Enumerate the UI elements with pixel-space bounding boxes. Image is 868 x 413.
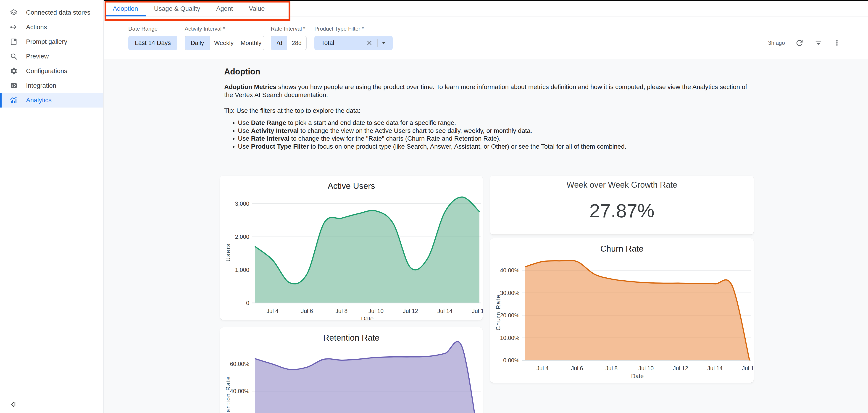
svg-text:Jul 14: Jul 14	[708, 365, 723, 372]
sidebar-item-analytics[interactable]: Analytics	[0, 93, 103, 107]
svg-text:Jul 4: Jul 4	[267, 308, 279, 314]
page-title: Adoption	[224, 67, 260, 76]
window-top-edge	[104, 0, 868, 1]
active-users-chart[interactable]: 01,0002,0003,000Jul 4Jul 6Jul 8Jul 10Jul…	[220, 176, 483, 320]
svg-text:10.00%: 10.00%	[500, 335, 519, 341]
svg-text:Jul 8: Jul 8	[606, 365, 618, 372]
svg-text:Jul 6: Jul 6	[301, 308, 313, 314]
sidebar-item-label: Connected data stores	[26, 9, 90, 16]
svg-text:60.00%: 60.00%	[230, 361, 249, 367]
tab-usage-quality[interactable]: Usage & Quality	[146, 1, 208, 16]
sidebar-item-label: Integration	[26, 82, 56, 89]
wow-growth-card: Week over Week Growth Rate 27.87%	[490, 176, 754, 234]
integration-icon	[9, 82, 18, 90]
svg-text:20.00%: 20.00%	[500, 312, 519, 318]
svg-text:Jul 16: Jul 16	[742, 365, 754, 372]
more-options-icon[interactable]	[833, 39, 841, 47]
active-users-card: 01,0002,0003,000Jul 4Jul 6Jul 8Jul 10Jul…	[220, 176, 483, 320]
svg-text:Active Users: Active Users	[328, 181, 375, 191]
wow-growth-value: 27.87%	[490, 200, 754, 222]
svg-text:Date: Date	[631, 373, 644, 379]
svg-text:Jul 6: Jul 6	[571, 365, 583, 372]
activity-monthly-button[interactable]: Monthly	[238, 36, 264, 50]
clear-filter-icon[interactable]	[365, 39, 373, 47]
required-asterisk: *	[362, 26, 364, 32]
sidebar: Connected data storesActionsPrompt galle…	[0, 0, 104, 413]
svg-text:30.00%: 30.00%	[500, 290, 519, 296]
rate-7d-button[interactable]: 7d	[271, 36, 287, 50]
active-item-indicator	[0, 93, 2, 107]
sidebar-item-preview[interactable]: Preview	[0, 49, 103, 64]
svg-text:Jul 14: Jul 14	[437, 308, 453, 314]
required-asterisk: *	[303, 26, 305, 32]
sidebar-nav: Connected data storesActionsPrompt galle…	[0, 5, 103, 107]
rate-interval-label: Rate Interval*	[271, 26, 305, 32]
activity-interval-toggle: Daily Weekly Monthly	[185, 36, 265, 50]
configurations-icon	[9, 67, 18, 75]
svg-text:Jul 12: Jul 12	[403, 308, 418, 314]
product-type-filter-value: Total	[321, 36, 334, 50]
sidebar-item-label: Analytics	[26, 97, 52, 104]
refresh-icon[interactable]	[795, 38, 804, 47]
svg-text:Jul 16: Jul 16	[472, 308, 483, 314]
svg-text:Jul 10: Jul 10	[638, 365, 654, 372]
svg-text:0.00%: 0.00%	[503, 357, 519, 363]
filter-icon[interactable]	[814, 39, 823, 47]
activity-daily-button[interactable]: Daily	[185, 36, 210, 50]
activity-weekly-button[interactable]: Weekly	[210, 36, 238, 50]
prompt-gallery-icon	[9, 38, 18, 46]
sidebar-item-actions[interactable]: Actions	[0, 20, 103, 34]
tab-bar: AdoptionUsage & QualityAgentValue	[104, 1, 868, 17]
churn-rate-chart[interactable]: 0.00%10.00%20.00%30.00%40.00%Jul 4Jul 6J…	[490, 239, 754, 383]
sidebar-item-label: Preview	[26, 53, 49, 60]
preview-icon	[9, 52, 18, 61]
tip-line: Tip: Use the filters at the top to explo…	[224, 107, 361, 115]
required-asterisk: *	[223, 26, 225, 32]
tab-adoption[interactable]: Adoption	[105, 1, 146, 16]
svg-text:Retention Rate: Retention Rate	[225, 376, 231, 413]
product-type-filter-select[interactable]: Total	[314, 36, 393, 50]
svg-text:Jul 8: Jul 8	[335, 308, 347, 314]
activity-interval-label: Activity Interval*	[185, 26, 225, 32]
retention-rate-chart[interactable]: 0.00%20.00%40.00%60.00%Jul 4Jul 6Jul 8Ju…	[220, 327, 483, 413]
svg-text:1,000: 1,000	[235, 267, 249, 273]
sidebar-item-integration[interactable]: Integration	[0, 78, 103, 93]
svg-text:Churn Rate: Churn Rate	[495, 294, 502, 330]
wow-growth-title: Week over Week Growth Rate	[490, 180, 754, 190]
intro-paragraph: Adoption Metrics shows you how people ar…	[224, 83, 752, 99]
last-refreshed-text: 3h ago	[768, 40, 785, 46]
main-area: AdoptionUsage & QualityAgentValue Date R…	[104, 0, 868, 413]
sidebar-item-label: Configurations	[26, 67, 67, 75]
svg-text:Retention Rate: Retention Rate	[323, 333, 380, 343]
rate-interval-toggle: 7d 28d	[271, 36, 307, 50]
sidebar-item-label: Prompt gallery	[26, 38, 67, 45]
chevron-down-icon[interactable]	[380, 39, 388, 47]
tip-item: Use Activity Interval to change the view…	[238, 127, 747, 135]
collapse-sidebar-icon[interactable]	[9, 400, 18, 409]
product-type-filter-label: Product Type Filter*	[314, 26, 364, 32]
date-range-button[interactable]: Last 14 Days	[128, 36, 177, 50]
svg-text:40.00%: 40.00%	[500, 267, 519, 274]
filter-bar: Date Range Activity Interval* Rate Inter…	[104, 17, 868, 59]
sidebar-item-prompt-gallery[interactable]: Prompt gallery	[0, 34, 103, 49]
sidebar-item-label: Actions	[26, 24, 47, 31]
rate-28d-button[interactable]: 28d	[287, 36, 306, 50]
svg-text:Jul 10: Jul 10	[368, 308, 383, 314]
divider	[377, 39, 378, 47]
tip-item: Use Rate Interval to change the view for…	[238, 135, 747, 143]
svg-text:Users: Users	[225, 243, 231, 261]
analytics-icon	[9, 96, 18, 104]
svg-text:2,000: 2,000	[235, 233, 249, 240]
svg-text:Date: Date	[361, 315, 374, 320]
svg-text:3,000: 3,000	[235, 200, 249, 207]
tab-value[interactable]: Value	[241, 1, 273, 16]
svg-text:0: 0	[246, 300, 249, 306]
tip-item: Use Product Type Filter to focus on one …	[238, 143, 747, 151]
sidebar-item-connected-data-stores[interactable]: Connected data stores	[0, 5, 103, 20]
date-range-label: Date Range	[128, 26, 158, 32]
svg-text:Jul 12: Jul 12	[673, 365, 688, 372]
tab-agent[interactable]: Agent	[208, 1, 241, 16]
sidebar-item-configurations[interactable]: Configurations	[0, 64, 103, 78]
data-stores-icon	[9, 8, 18, 17]
svg-text:Churn Rate: Churn Rate	[600, 244, 643, 253]
